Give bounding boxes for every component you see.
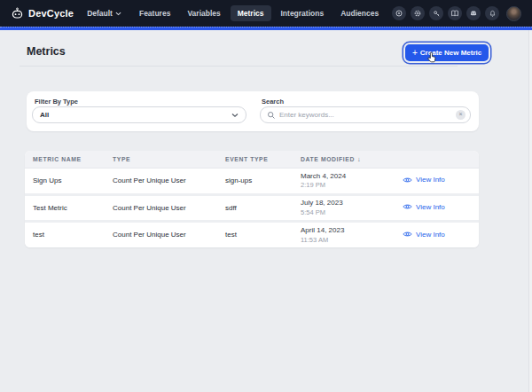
docs-book-icon[interactable]	[448, 6, 462, 20]
user-avatar[interactable]	[506, 6, 521, 21]
table-row: test Count Per Unique User test April 14…	[25, 221, 479, 247]
time-text: 5:54 PM	[301, 208, 395, 216]
metric-type-cell: Count Per Unique User	[105, 168, 217, 194]
metrics-table-card: Metric Name Type Event Type Date Modifie…	[25, 151, 479, 247]
project-switcher[interactable]: Default	[87, 9, 121, 18]
table-row: Sign Ups Count Per Unique User sign-ups …	[25, 168, 479, 194]
metric-type-cell: Count Per Unique User	[105, 194, 217, 221]
top-navbar: DevCycle Default Features Variables Metr…	[0, 0, 532, 27]
date-modified-label: Date Modified	[301, 156, 355, 162]
chevron-down-icon	[115, 9, 121, 18]
date-text: March 4, 2024	[301, 172, 395, 180]
bell-icon[interactable]	[485, 6, 499, 20]
sort-desc-icon: ↓	[357, 155, 361, 163]
plus-icon: +	[412, 49, 418, 58]
column-metric-name[interactable]: Metric Name	[25, 151, 105, 168]
actions-cell: View Info	[395, 221, 479, 247]
view-info-link[interactable]: View Info	[403, 231, 445, 239]
view-info-label: View Info	[416, 176, 445, 184]
table-header-row: Metric Name Type Event Type Date Modifie…	[25, 151, 479, 168]
filter-selected-value: All	[40, 111, 49, 119]
actions-cell: View Info	[395, 194, 479, 221]
actions-cell: View Info	[395, 168, 479, 194]
chevron-down-icon	[231, 113, 239, 118]
event-type-cell: test	[217, 221, 293, 247]
key-icon[interactable]	[429, 6, 443, 20]
clear-search-icon[interactable]: ×	[456, 110, 466, 120]
view-info-link[interactable]: View Info	[403, 176, 445, 184]
nav-item-variables[interactable]: Variables	[180, 5, 227, 21]
eye-icon	[403, 176, 412, 184]
nav-item-integrations[interactable]: Integrations	[274, 5, 332, 21]
filter-type-select[interactable]: All	[32, 106, 246, 123]
eye-icon	[403, 203, 412, 210]
metric-name-cell: Sign Ups	[25, 168, 105, 194]
search-input[interactable]	[279, 111, 452, 119]
date-text: July 18, 2023	[301, 199, 395, 207]
nav-item-features[interactable]: Features	[132, 5, 177, 21]
date-text: April 14, 2023	[301, 226, 395, 234]
nav-item-audiences[interactable]: Audiences	[333, 5, 386, 21]
create-new-metric-button[interactable]: + Create New Metric	[405, 44, 489, 61]
view-info-label: View Info	[416, 231, 445, 239]
page-title: Metrics	[27, 45, 66, 58]
metric-name-cell: Test Metric	[25, 194, 105, 221]
column-event-type[interactable]: Event Type	[217, 151, 293, 168]
time-text: 2:19 PM	[301, 181, 395, 189]
togglebot-robot-icon	[11, 7, 24, 20]
event-type-cell: sign-ups	[217, 168, 293, 194]
metric-name-cell: test	[25, 221, 105, 247]
table-row: Test Metric Count Per Unique User sdff J…	[25, 194, 479, 221]
scrollbar-track[interactable]	[528, 30, 532, 392]
create-button-label: Create New Metric	[420, 49, 481, 57]
view-info-label: View Info	[416, 203, 445, 211]
metric-type-cell: Count Per Unique User	[105, 221, 217, 247]
eye-icon	[403, 231, 412, 238]
column-actions	[395, 151, 479, 168]
column-type[interactable]: Type	[105, 151, 217, 168]
search-box: ×	[260, 106, 471, 123]
nav-item-metrics[interactable]: Metrics	[231, 5, 271, 21]
gear-icon[interactable]	[411, 6, 425, 20]
target-icon[interactable]	[392, 6, 406, 20]
discord-icon[interactable]	[466, 6, 481, 20]
event-type-cell: sdff	[217, 194, 293, 221]
date-modified-cell: July 18, 2023 5:54 PM	[293, 194, 395, 221]
search-icon	[267, 111, 276, 120]
project-name: Default	[87, 9, 113, 18]
date-modified-cell: March 4, 2024 2:19 PM	[293, 168, 395, 194]
column-date-modified[interactable]: Date Modified↓	[293, 151, 395, 168]
filter-card: Filter By Type All Search ×	[27, 91, 479, 131]
time-text: 11:53 AM	[301, 236, 395, 244]
metrics-table: Metric Name Type Event Type Date Modifie…	[25, 151, 479, 247]
brand-name: DevCycle	[28, 8, 74, 19]
navbar-actions	[392, 6, 521, 21]
search-label: Search	[262, 98, 284, 106]
accent-progress-bar	[0, 27, 532, 30]
devcycle-logo[interactable]: DevCycle	[11, 7, 74, 20]
date-modified-cell: April 14, 2023 11:53 AM	[293, 221, 395, 247]
main-nav: Features Variables Metrics Integrations …	[132, 5, 386, 21]
filter-by-type-label: Filter By Type	[35, 98, 78, 106]
table-body: Sign Ups Count Per Unique User sign-ups …	[25, 168, 479, 247]
view-info-link[interactable]: View Info	[403, 203, 445, 211]
header-divider	[20, 66, 458, 67]
